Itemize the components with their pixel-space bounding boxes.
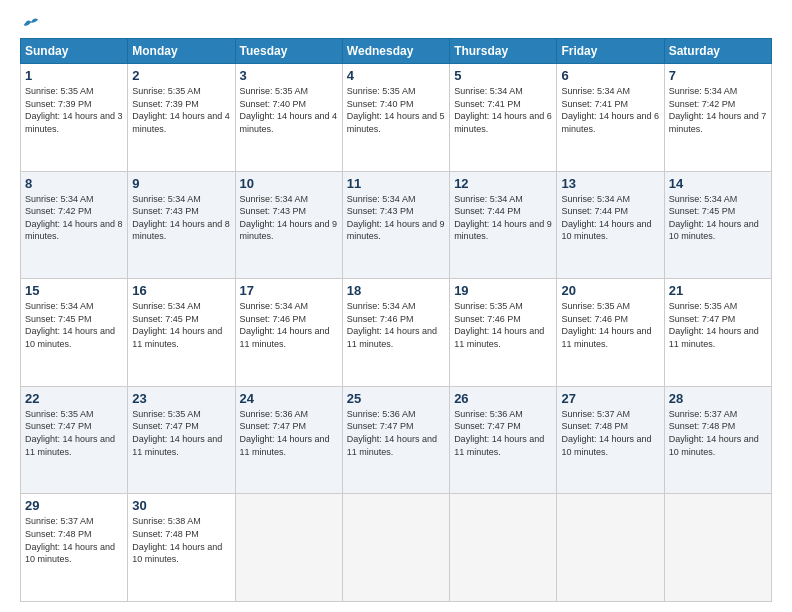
calendar-header-wednesday: Wednesday xyxy=(342,39,449,64)
calendar-cell: 11 Sunrise: 5:34 AM Sunset: 7:43 PM Dayl… xyxy=(342,171,449,279)
day-number: 6 xyxy=(561,68,659,83)
day-detail: Sunrise: 5:37 AM Sunset: 7:48 PM Dayligh… xyxy=(669,408,767,458)
calendar-cell: 30 Sunrise: 5:38 AM Sunset: 7:48 PM Dayl… xyxy=(128,494,235,602)
day-detail: Sunrise: 5:34 AM Sunset: 7:42 PM Dayligh… xyxy=(669,85,767,135)
calendar-cell: 18 Sunrise: 5:34 AM Sunset: 7:46 PM Dayl… xyxy=(342,279,449,387)
calendar-cell: 2 Sunrise: 5:35 AM Sunset: 7:39 PM Dayli… xyxy=(128,64,235,172)
page: SundayMondayTuesdayWednesdayThursdayFrid… xyxy=(0,0,792,612)
calendar-cell: 22 Sunrise: 5:35 AM Sunset: 7:47 PM Dayl… xyxy=(21,386,128,494)
day-number: 8 xyxy=(25,176,123,191)
calendar-cell xyxy=(557,494,664,602)
calendar-header-tuesday: Tuesday xyxy=(235,39,342,64)
calendar-cell: 21 Sunrise: 5:35 AM Sunset: 7:47 PM Dayl… xyxy=(664,279,771,387)
day-number: 23 xyxy=(132,391,230,406)
calendar-week-2: 8 Sunrise: 5:34 AM Sunset: 7:42 PM Dayli… xyxy=(21,171,772,279)
day-number: 14 xyxy=(669,176,767,191)
calendar-cell: 4 Sunrise: 5:35 AM Sunset: 7:40 PM Dayli… xyxy=(342,64,449,172)
day-number: 20 xyxy=(561,283,659,298)
calendar-cell xyxy=(450,494,557,602)
calendar-cell: 15 Sunrise: 5:34 AM Sunset: 7:45 PM Dayl… xyxy=(21,279,128,387)
day-number: 2 xyxy=(132,68,230,83)
day-number: 7 xyxy=(669,68,767,83)
calendar-cell: 25 Sunrise: 5:36 AM Sunset: 7:47 PM Dayl… xyxy=(342,386,449,494)
day-detail: Sunrise: 5:35 AM Sunset: 7:40 PM Dayligh… xyxy=(240,85,338,135)
logo xyxy=(20,16,40,30)
day-detail: Sunrise: 5:34 AM Sunset: 7:41 PM Dayligh… xyxy=(454,85,552,135)
day-detail: Sunrise: 5:35 AM Sunset: 7:46 PM Dayligh… xyxy=(561,300,659,350)
calendar-cell: 7 Sunrise: 5:34 AM Sunset: 7:42 PM Dayli… xyxy=(664,64,771,172)
day-detail: Sunrise: 5:36 AM Sunset: 7:47 PM Dayligh… xyxy=(347,408,445,458)
calendar-cell: 16 Sunrise: 5:34 AM Sunset: 7:45 PM Dayl… xyxy=(128,279,235,387)
calendar-cell: 13 Sunrise: 5:34 AM Sunset: 7:44 PM Dayl… xyxy=(557,171,664,279)
calendar-header-sunday: Sunday xyxy=(21,39,128,64)
day-number: 5 xyxy=(454,68,552,83)
day-detail: Sunrise: 5:34 AM Sunset: 7:45 PM Dayligh… xyxy=(25,300,123,350)
day-number: 12 xyxy=(454,176,552,191)
day-detail: Sunrise: 5:34 AM Sunset: 7:44 PM Dayligh… xyxy=(454,193,552,243)
day-detail: Sunrise: 5:35 AM Sunset: 7:40 PM Dayligh… xyxy=(347,85,445,135)
calendar-table: SundayMondayTuesdayWednesdayThursdayFrid… xyxy=(20,38,772,602)
day-detail: Sunrise: 5:35 AM Sunset: 7:47 PM Dayligh… xyxy=(669,300,767,350)
day-number: 26 xyxy=(454,391,552,406)
day-detail: Sunrise: 5:34 AM Sunset: 7:43 PM Dayligh… xyxy=(132,193,230,243)
day-number: 4 xyxy=(347,68,445,83)
day-number: 18 xyxy=(347,283,445,298)
calendar-week-5: 29 Sunrise: 5:37 AM Sunset: 7:48 PM Dayl… xyxy=(21,494,772,602)
day-number: 15 xyxy=(25,283,123,298)
day-detail: Sunrise: 5:37 AM Sunset: 7:48 PM Dayligh… xyxy=(25,515,123,565)
day-detail: Sunrise: 5:37 AM Sunset: 7:48 PM Dayligh… xyxy=(561,408,659,458)
day-number: 29 xyxy=(25,498,123,513)
day-number: 11 xyxy=(347,176,445,191)
calendar-cell: 17 Sunrise: 5:34 AM Sunset: 7:46 PM Dayl… xyxy=(235,279,342,387)
calendar-cell: 3 Sunrise: 5:35 AM Sunset: 7:40 PM Dayli… xyxy=(235,64,342,172)
day-detail: Sunrise: 5:34 AM Sunset: 7:45 PM Dayligh… xyxy=(132,300,230,350)
day-number: 30 xyxy=(132,498,230,513)
calendar-cell: 5 Sunrise: 5:34 AM Sunset: 7:41 PM Dayli… xyxy=(450,64,557,172)
calendar-cell xyxy=(342,494,449,602)
calendar-cell xyxy=(235,494,342,602)
calendar-cell: 9 Sunrise: 5:34 AM Sunset: 7:43 PM Dayli… xyxy=(128,171,235,279)
day-number: 19 xyxy=(454,283,552,298)
day-detail: Sunrise: 5:35 AM Sunset: 7:46 PM Dayligh… xyxy=(454,300,552,350)
day-detail: Sunrise: 5:34 AM Sunset: 7:46 PM Dayligh… xyxy=(347,300,445,350)
day-number: 13 xyxy=(561,176,659,191)
calendar-cell: 6 Sunrise: 5:34 AM Sunset: 7:41 PM Dayli… xyxy=(557,64,664,172)
day-number: 10 xyxy=(240,176,338,191)
calendar-week-3: 15 Sunrise: 5:34 AM Sunset: 7:45 PM Dayl… xyxy=(21,279,772,387)
day-detail: Sunrise: 5:38 AM Sunset: 7:48 PM Dayligh… xyxy=(132,515,230,565)
day-number: 17 xyxy=(240,283,338,298)
day-number: 27 xyxy=(561,391,659,406)
day-number: 21 xyxy=(669,283,767,298)
calendar-header-thursday: Thursday xyxy=(450,39,557,64)
calendar-cell: 28 Sunrise: 5:37 AM Sunset: 7:48 PM Dayl… xyxy=(664,386,771,494)
day-number: 1 xyxy=(25,68,123,83)
calendar-cell: 14 Sunrise: 5:34 AM Sunset: 7:45 PM Dayl… xyxy=(664,171,771,279)
calendar-cell: 8 Sunrise: 5:34 AM Sunset: 7:42 PM Dayli… xyxy=(21,171,128,279)
day-detail: Sunrise: 5:34 AM Sunset: 7:46 PM Dayligh… xyxy=(240,300,338,350)
logo-bird-icon xyxy=(22,16,40,30)
calendar-cell: 27 Sunrise: 5:37 AM Sunset: 7:48 PM Dayl… xyxy=(557,386,664,494)
day-detail: Sunrise: 5:34 AM Sunset: 7:44 PM Dayligh… xyxy=(561,193,659,243)
day-number: 3 xyxy=(240,68,338,83)
calendar-week-4: 22 Sunrise: 5:35 AM Sunset: 7:47 PM Dayl… xyxy=(21,386,772,494)
calendar-header-saturday: Saturday xyxy=(664,39,771,64)
calendar-cell: 29 Sunrise: 5:37 AM Sunset: 7:48 PM Dayl… xyxy=(21,494,128,602)
day-number: 25 xyxy=(347,391,445,406)
calendar-header-friday: Friday xyxy=(557,39,664,64)
day-number: 16 xyxy=(132,283,230,298)
day-number: 24 xyxy=(240,391,338,406)
calendar-cell: 1 Sunrise: 5:35 AM Sunset: 7:39 PM Dayli… xyxy=(21,64,128,172)
day-number: 9 xyxy=(132,176,230,191)
day-detail: Sunrise: 5:35 AM Sunset: 7:39 PM Dayligh… xyxy=(132,85,230,135)
calendar-cell: 26 Sunrise: 5:36 AM Sunset: 7:47 PM Dayl… xyxy=(450,386,557,494)
calendar-week-1: 1 Sunrise: 5:35 AM Sunset: 7:39 PM Dayli… xyxy=(21,64,772,172)
calendar-cell: 23 Sunrise: 5:35 AM Sunset: 7:47 PM Dayl… xyxy=(128,386,235,494)
calendar-cell xyxy=(664,494,771,602)
day-detail: Sunrise: 5:35 AM Sunset: 7:39 PM Dayligh… xyxy=(25,85,123,135)
day-detail: Sunrise: 5:36 AM Sunset: 7:47 PM Dayligh… xyxy=(240,408,338,458)
calendar-cell: 20 Sunrise: 5:35 AM Sunset: 7:46 PM Dayl… xyxy=(557,279,664,387)
day-number: 28 xyxy=(669,391,767,406)
day-number: 22 xyxy=(25,391,123,406)
day-detail: Sunrise: 5:35 AM Sunset: 7:47 PM Dayligh… xyxy=(25,408,123,458)
calendar-cell: 19 Sunrise: 5:35 AM Sunset: 7:46 PM Dayl… xyxy=(450,279,557,387)
